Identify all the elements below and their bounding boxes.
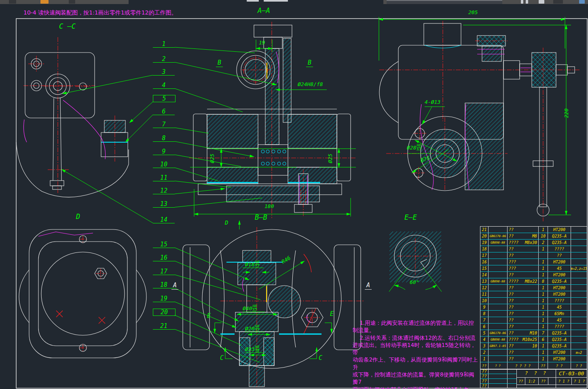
material-cell: 45 — [548, 317, 571, 323]
standard-cell: GB898-88 — [489, 240, 508, 246]
name-cell: ?? — [508, 311, 539, 317]
part-number-cell: 21 — [480, 227, 489, 233]
qty-cell: 1 — [539, 349, 548, 355]
standard-cell — [489, 356, 508, 362]
qty-cell: 1 — [539, 291, 548, 297]
part-number-cell: 18 — [480, 246, 489, 252]
qty-cell: 7 — [539, 330, 548, 336]
standard-cell — [489, 304, 508, 310]
parts-table-row: 14 ?? 1 HT200 — [480, 272, 587, 278]
qty-cell: 1 — [539, 265, 548, 271]
remark-cell: ? ? — [571, 362, 587, 369]
remark-cell — [571, 317, 587, 323]
material-cell: Q235-A — [548, 240, 571, 246]
name-cell: ??? — [508, 265, 539, 271]
part-number-cell: 10 — [480, 298, 489, 304]
material-cell: ? ? — [548, 362, 571, 369]
autocad-window: { "colors":{"background":"#212830","outl… — [0, 0, 588, 389]
remark-cell — [571, 330, 587, 336]
qty-cell: 10 — [539, 233, 548, 239]
remark-cell — [571, 240, 587, 246]
material-cell: HT200 — [548, 356, 571, 362]
standard-cell: GB898-88 — [489, 336, 508, 343]
material-cell: HT200 — [548, 227, 571, 233]
material-cell: Q235-A — [548, 278, 571, 284]
remark-cell — [571, 272, 587, 278]
material-cell: HT200 — [548, 285, 571, 291]
part-number-cell: 6 — [480, 324, 489, 330]
name-cell: ?? — [508, 285, 539, 291]
remark-cell: m=2 — [571, 349, 587, 355]
name-cell: ????M10x25 — [508, 336, 539, 343]
drawing-number: CT-03-00 — [556, 369, 587, 378]
standard-cell: ? ? — [489, 362, 508, 369]
name-cell: ?? — [508, 252, 539, 259]
remark-cell — [571, 233, 587, 239]
material-cell: HT200 — [548, 291, 571, 297]
parts-table-row: 3 GB97.1-85 ??10 1 Q235-A — [480, 343, 587, 349]
name-cell: ??? — [508, 259, 539, 265]
qty-cell: 1 — [539, 285, 548, 291]
part-number-cell: 8 — [480, 311, 489, 317]
part-number-cell: ?? — [480, 362, 489, 369]
parts-list-table: 21 ?? 1 HT200 20 GB6170-86 ??M8 10 Q235-… — [480, 226, 587, 370]
qty-cell: 1 — [539, 311, 548, 317]
remark-cell — [571, 252, 587, 259]
standard-cell: GB6170-86 — [489, 330, 508, 336]
name-cell: ?? — [508, 227, 539, 233]
standard-cell — [489, 324, 508, 330]
standard-cell: GB898-88 — [489, 278, 508, 284]
material-cell: Q235-A — [548, 336, 571, 343]
scale-value: 1:2 — [525, 378, 539, 385]
parts-table-row: 15 ??? 1 45 m=2,z=15 — [480, 265, 587, 272]
standard-cell — [489, 298, 508, 304]
name-cell: ?? — [508, 246, 539, 252]
material-cell: 45 — [548, 304, 571, 310]
qty-cell: 2 — [539, 240, 548, 246]
parts-table-row: 17 ?? ?? — [480, 252, 587, 259]
remark-cell — [571, 278, 587, 284]
material-cell: 65Mn — [548, 311, 571, 317]
part-number-cell: 12 — [480, 285, 489, 291]
part-number-cell: 17 — [480, 252, 489, 259]
parts-table-row: 8 ?? 1 65Mn — [480, 311, 587, 317]
material-cell: ???? — [548, 246, 571, 252]
material-cell: ???? — [548, 324, 571, 330]
part-number-cell: 11 — [480, 291, 489, 297]
parts-table-row: 2 ?? 1 HT200 m=2 — [480, 349, 587, 356]
standard-cell — [489, 291, 508, 297]
name-cell: ?? — [508, 317, 539, 323]
part-number-cell: 4 — [480, 336, 489, 343]
standard-cell — [489, 252, 508, 259]
standard-cell — [489, 311, 508, 317]
name-cell: ?? — [508, 272, 539, 278]
standard-cell: GB6170-86 — [489, 233, 508, 239]
remark-cell — [571, 227, 587, 233]
parts-table-row: 5 GB6170-86 ??M10 7 Q235-A — [480, 330, 587, 336]
part-number-cell: 5 — [480, 330, 489, 336]
part-number-cell: 1 — [480, 356, 489, 362]
material-cell: 45 — [548, 265, 571, 271]
remark-cell — [571, 336, 587, 343]
qty-cell: 1 — [539, 324, 548, 330]
name-cell: ?? — [508, 324, 539, 330]
remark-cell — [571, 285, 587, 291]
material-cell: ???? — [548, 298, 571, 304]
remark-cell — [571, 298, 587, 304]
part-number-cell: 2 — [480, 349, 489, 355]
name-cell: ??M8 — [508, 233, 539, 239]
qty-cell: 1 — [539, 227, 548, 233]
name-cell: ????M8x22 — [508, 278, 539, 284]
qty-cell: 8 — [539, 278, 548, 284]
part-number-cell: 14 — [480, 272, 489, 278]
part-number-cell: 3 — [480, 343, 489, 349]
qty-cell: ?? — [539, 362, 548, 369]
parts-table-row: 19 GB898-88 ????M8x30 2 Q235-A — [480, 240, 587, 246]
qty-cell: 6 — [539, 336, 548, 343]
remark-cell — [571, 291, 587, 297]
qty-cell: 1 — [539, 246, 548, 252]
qty-cell: 1 — [539, 304, 548, 310]
remark-cell: m=2,z=15 — [571, 265, 587, 271]
standard-cell — [489, 285, 508, 291]
part-number-cell: 20 — [480, 233, 489, 239]
